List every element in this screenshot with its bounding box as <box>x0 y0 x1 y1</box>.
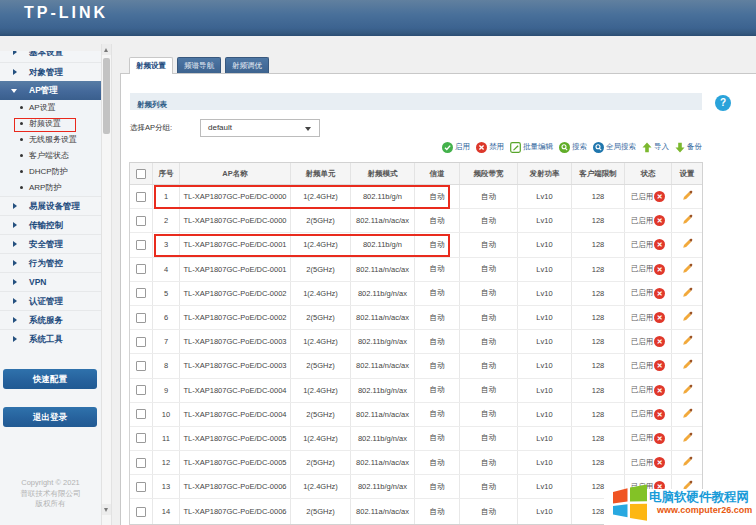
tab-频谱导航[interactable]: 频谱导航 <box>177 57 221 73</box>
sidebar-item-AP管理[interactable]: AP管理 <box>0 81 101 100</box>
cell-no: 8 <box>153 354 180 377</box>
row-checkbox[interactable] <box>136 482 146 492</box>
sidebar-item-传输控制[interactable]: 传输控制 <box>0 215 101 234</box>
disable-x-icon[interactable]: ✕ <box>654 288 665 299</box>
cell-client-limit: 128 <box>572 379 625 402</box>
cell-channel: 自动 <box>415 258 460 281</box>
row-checkbox[interactable] <box>136 458 146 468</box>
disable-icon <box>476 142 487 153</box>
edit-pencil-icon[interactable] <box>682 359 693 372</box>
edit-pencil-icon[interactable] <box>682 432 693 445</box>
sidebar-item-客户端状态[interactable]: 客户端状态 <box>0 148 101 164</box>
toolbar-button-批量编辑[interactable]: 批量编辑 <box>510 142 553 153</box>
cell-bandwidth: 自动 <box>460 258 518 281</box>
tab-射频设置[interactable]: 射频设置 <box>129 57 173 74</box>
sidebar-item-系统工具[interactable]: 系统工具 <box>0 329 101 348</box>
header-cell-设置: 设置 <box>672 163 702 184</box>
row-checkbox[interactable] <box>136 507 146 517</box>
row-checkbox[interactable] <box>136 240 146 250</box>
sidebar-item-安全管理[interactable]: 安全管理 <box>0 234 101 253</box>
edit-pencil-icon[interactable] <box>682 287 693 300</box>
cell-bandwidth: 自动 <box>460 354 518 377</box>
disable-x-icon[interactable]: ✕ <box>654 409 665 420</box>
edit-pencil-icon[interactable] <box>682 238 693 251</box>
edit-pencil-icon[interactable] <box>682 311 693 324</box>
edit-pencil-icon[interactable] <box>682 335 693 348</box>
logout-button[interactable]: 退出登录 <box>3 407 97 427</box>
sidebar-item-AP设置[interactable]: AP设置 <box>0 100 101 116</box>
sidebar-item-label: 认证管理 <box>29 292 63 311</box>
status-enabled-text: 已启用 <box>631 361 654 371</box>
quick-setup-button[interactable]: 快速配置 <box>3 369 97 389</box>
chevron-down-icon <box>11 89 17 93</box>
edit-pencil-icon[interactable] <box>682 456 693 469</box>
cell-settings <box>672 258 702 281</box>
disable-x-icon[interactable]: ✕ <box>654 215 665 226</box>
toolbar-button-搜索[interactable]: 搜索 <box>559 142 587 153</box>
disable-x-icon[interactable]: ✕ <box>654 312 665 323</box>
toolbar-button-禁用[interactable]: 禁用 <box>476 142 504 153</box>
sidebar-item-系统服务[interactable]: 系统服务 <box>0 310 101 329</box>
sidebar-item-VPN[interactable]: VPN <box>0 272 101 291</box>
sidebar-item-对象管理[interactable]: 对象管理 <box>0 62 101 81</box>
row-checkbox[interactable] <box>136 385 146 395</box>
row-checkbox[interactable] <box>136 192 146 202</box>
cell-tx-power: Lv10 <box>518 451 572 474</box>
disable-x-icon[interactable]: ✕ <box>654 264 665 275</box>
copyright-text: Copyright © 2021普联技术有限公司版权所有 <box>0 478 101 510</box>
sidebar-item-DHCP防护[interactable]: DHCP防护 <box>0 164 101 180</box>
toolbar-button-导入[interactable]: 导入 <box>642 142 669 153</box>
cell-ap-name: TL-XAP1807GC-PoE/DC-0000 <box>180 209 291 232</box>
scrollbar-thumb[interactable] <box>103 58 110 134</box>
edit-pencil-icon[interactable] <box>682 190 693 203</box>
disable-x-icon[interactable]: ✕ <box>654 457 665 468</box>
edit-pencil-icon[interactable] <box>682 214 693 227</box>
app-window: TP-LINK 基本设置对象管理AP管理AP设置射频设置无线服务设置客户端状态D… <box>0 0 756 525</box>
toolbar-button-备份[interactable]: 备份 <box>675 142 702 153</box>
toolbar-button-启用[interactable]: 启用 <box>442 142 470 153</box>
row-checkbox[interactable] <box>136 288 146 298</box>
edit-pencil-icon[interactable] <box>682 408 693 421</box>
toolbar-button-label: 全局搜索 <box>606 142 636 152</box>
tab-bar: 射频设置频谱导航射频调优 <box>129 57 269 74</box>
disable-x-icon[interactable]: ✕ <box>654 239 665 250</box>
table-row-7: 7TL-XAP1807GC-PoE/DC-00031(2.4GHz)802.11… <box>130 330 702 354</box>
sidebar-item-无线服务设置[interactable]: 无线服务设置 <box>0 132 101 148</box>
section-title: 射频列表 <box>137 100 167 109</box>
disable-x-icon[interactable]: ✕ <box>654 385 665 396</box>
scrollbar-up-button[interactable] <box>102 44 111 55</box>
disable-x-icon[interactable]: ✕ <box>654 433 665 444</box>
select-all-checkbox[interactable] <box>136 169 146 179</box>
cell-no: 4 <box>153 258 180 281</box>
row-checkbox[interactable] <box>136 361 146 371</box>
row-checkbox[interactable] <box>136 216 146 226</box>
sidebar-item-基本设置[interactable]: 基本设置 <box>0 51 101 62</box>
cell-checkbox <box>130 451 153 474</box>
scrollbar-down-button[interactable] <box>102 504 111 515</box>
sidebar-item-易展设备管理[interactable]: 易展设备管理 <box>0 196 101 215</box>
sidebar-item-ARP防护[interactable]: ARP防护 <box>0 180 101 196</box>
tab-射频调优[interactable]: 射频调优 <box>225 57 269 73</box>
edit-pencil-icon[interactable] <box>682 263 693 276</box>
row-checkbox[interactable] <box>136 409 146 419</box>
cell-radio-mode: 802.11a/n/ac/ax <box>351 354 415 377</box>
header-cell-射频模式: 射频模式 <box>351 163 415 184</box>
disable-x-icon[interactable]: ✕ <box>654 360 665 371</box>
sidebar-scrollbar[interactable] <box>101 44 112 525</box>
tp-link-logo: TP-LINK <box>24 4 108 21</box>
ap-group-select[interactable]: default <box>200 119 320 137</box>
edit-pencil-icon[interactable] <box>682 384 693 397</box>
disable-x-icon[interactable]: ✕ <box>654 191 665 202</box>
help-icon[interactable]: ? <box>715 95 731 111</box>
row-checkbox[interactable] <box>136 433 146 443</box>
cell-checkbox <box>130 282 153 305</box>
cell-tx-power: Lv10 <box>518 282 572 305</box>
row-checkbox[interactable] <box>136 313 146 323</box>
cell-client-limit: 128 <box>572 233 625 256</box>
sidebar-item-行为管控[interactable]: 行为管控 <box>0 253 101 272</box>
row-checkbox[interactable] <box>136 337 146 347</box>
sidebar-item-认证管理[interactable]: 认证管理 <box>0 291 101 310</box>
disable-x-icon[interactable]: ✕ <box>654 336 665 347</box>
row-checkbox[interactable] <box>136 264 146 274</box>
toolbar-button-全局搜索[interactable]: 全局搜索 <box>593 142 636 153</box>
